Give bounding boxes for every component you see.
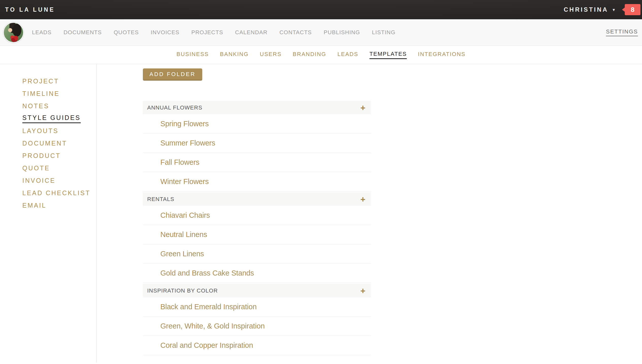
main-content: ADD FOLDER ANNUAL FLOWERS+Spring Flowers…	[97, 64, 642, 364]
settings-tab-business[interactable]: BUSINESS	[177, 51, 209, 59]
sidebar: PROJECTTIMELINENOTESSTYLE GUIDESLAYOUTSD…	[0, 64, 97, 362]
settings-tab-banking[interactable]: BANKING	[220, 51, 249, 59]
sidebar-item-row: LEAD CHECKLIST	[22, 187, 96, 199]
sidebar-item-row: LAYOUTS	[22, 125, 96, 137]
sidebar-item-row: NOTES	[22, 100, 96, 112]
folder-header-inspiration-by-color[interactable]: INSPIRATION BY COLOR+	[143, 284, 371, 297]
settings-tab-templates[interactable]: TEMPLATES	[369, 51, 407, 59]
sidebar-item-email[interactable]: EMAIL	[22, 202, 46, 209]
template-link-fall-flowers[interactable]: Fall Flowers	[160, 158, 199, 167]
folder-name: INSPIRATION BY COLOR	[147, 287, 218, 294]
template-link-gold-and-brass-cake-stands[interactable]: Gold and Brass Cake Stands	[160, 269, 254, 277]
template-link-coral-and-copper-inspiration[interactable]: Coral and Copper Inspiration	[160, 341, 253, 350]
folder-section-annual-flowers: ANNUAL FLOWERS+Spring FlowersSummer Flow…	[143, 101, 371, 191]
sidebar-item-row: PRODUCT	[22, 150, 96, 162]
folder-header-rentals[interactable]: RENTALS+	[143, 192, 371, 206]
sidebar-list: PROJECTTIMELINENOTESSTYLE GUIDESLAYOUTSD…	[22, 75, 96, 212]
template-row: Gold and Brass Cake Stands	[143, 264, 371, 283]
main-nav-item-contacts[interactable]: CONTACTS	[279, 29, 312, 36]
settings-link[interactable]: SETTINGS	[606, 28, 638, 36]
template-link-green-white-gold-inspiration[interactable]: Green, White, & Gold Inspiration	[160, 322, 265, 330]
sidebar-item-quote[interactable]: QUOTE	[22, 165, 50, 172]
settings-tab-branding[interactable]: BRANDING	[293, 51, 326, 59]
sidebar-item-invoice[interactable]: INVOICE	[22, 177, 56, 184]
primary-nav-bar: LEADSDOCUMENTSQUOTESINVOICESPROJECTSCALE…	[0, 19, 642, 46]
template-link-spring-flowers[interactable]: Spring Flowers	[160, 120, 209, 128]
template-link-chiavari-chairs[interactable]: Chiavari Chairs	[160, 211, 210, 220]
main-nav-item-listing[interactable]: LISTING	[372, 29, 396, 36]
folder-name: ANNUAL FLOWERS	[147, 104, 202, 111]
main-nav-item-invoices[interactable]: INVOICES	[151, 29, 179, 36]
template-row: Neutral Linens	[143, 225, 371, 244]
sidebar-item-project[interactable]: PROJECT	[22, 78, 59, 85]
primary-nav: LEADSDOCUMENTSQUOTESINVOICESPROJECTSCALE…	[32, 29, 395, 36]
brand-logo: TO LA LUNE	[5, 6, 55, 13]
template-row: Green, White, & Gold Inspiration	[143, 317, 371, 336]
sidebar-item-row: QUOTE	[22, 162, 96, 174]
settings-nav-bar: BUSINESSBANKINGUSERSBRANDINGLEADSTEMPLAT…	[0, 46, 642, 64]
folder-list: ANNUAL FLOWERS+Spring FlowersSummer Flow…	[143, 101, 371, 355]
template-link-summer-flowers[interactable]: Summer Flowers	[160, 139, 215, 147]
settings-tab-leads[interactable]: LEADS	[337, 51, 358, 59]
sidebar-item-lead-checklist[interactable]: LEAD CHECKLIST	[22, 189, 91, 197]
template-row: Winter Flowers	[143, 172, 371, 191]
main-nav-item-publishing[interactable]: PUBLISHING	[324, 29, 360, 36]
template-row: Spring Flowers	[143, 114, 371, 134]
notification-count: 8	[631, 6, 634, 14]
add-item-plus-icon[interactable]: +	[360, 195, 366, 204]
template-row: Black and Emerald Inspiration	[143, 297, 371, 317]
template-row: Fall Flowers	[143, 153, 371, 172]
page-body: PROJECTTIMELINENOTESSTYLE GUIDESLAYOUTSD…	[0, 64, 642, 364]
template-link-neutral-linens[interactable]: Neutral Linens	[160, 230, 207, 239]
sidebar-item-layouts[interactable]: LAYOUTS	[22, 127, 59, 135]
add-folder-button[interactable]: ADD FOLDER	[143, 68, 202, 81]
sidebar-item-product[interactable]: PRODUCT	[22, 152, 61, 159]
main-nav-item-projects[interactable]: PROJECTS	[191, 29, 223, 36]
sidebar-item-row: PROJECT	[22, 75, 96, 87]
template-row: Summer Flowers	[143, 134, 371, 153]
sidebar-item-row: STYLE GUIDES	[22, 112, 96, 125]
add-item-plus-icon[interactable]: +	[360, 286, 366, 295]
template-row: Chiavari Chairs	[143, 206, 371, 225]
user-name: CHRISTINA	[564, 6, 608, 13]
user-menu[interactable]: CHRISTINA ▼	[564, 6, 616, 13]
folder-section-inspiration-by-color: INSPIRATION BY COLOR+Black and Emerald I…	[143, 284, 371, 355]
top-bar-right: CHRISTINA ▼ 8	[564, 4, 640, 15]
template-row: Coral and Copper Inspiration	[143, 336, 371, 355]
main-nav-item-leads[interactable]: LEADS	[32, 29, 52, 36]
content-column: ADD FOLDER ANNUAL FLOWERS+Spring Flowers…	[143, 68, 371, 355]
notification-badge[interactable]: 8	[625, 4, 640, 15]
template-link-black-and-emerald-inspiration[interactable]: Black and Emerald Inspiration	[160, 303, 257, 311]
sidebar-item-row: DOCUMENT	[22, 137, 96, 150]
main-nav-item-quotes[interactable]: QUOTES	[114, 29, 139, 36]
settings-tab-integrations[interactable]: INTEGRATIONS	[418, 51, 465, 59]
main-nav-item-documents[interactable]: DOCUMENTS	[63, 29, 102, 36]
folder-header-annual-flowers[interactable]: ANNUAL FLOWERS+	[143, 101, 371, 114]
settings-tab-users[interactable]: USERS	[260, 51, 282, 59]
add-item-plus-icon[interactable]: +	[360, 103, 366, 112]
chevron-down-icon: ▼	[612, 8, 616, 12]
sidebar-item-document[interactable]: DOCUMENT	[22, 140, 67, 147]
sidebar-item-row: INVOICE	[22, 174, 96, 187]
sidebar-item-style-guides[interactable]: STYLE GUIDES	[22, 114, 81, 123]
folder-name: RENTALS	[147, 196, 174, 203]
avatar[interactable]	[3, 22, 24, 43]
settings-nav: BUSINESSBANKINGUSERSBRANDINGLEADSTEMPLAT…	[177, 51, 466, 59]
sidebar-item-row: EMAIL	[22, 199, 96, 212]
folder-section-rentals: RENTALS+Chiavari ChairsNeutral LinensGre…	[143, 192, 371, 283]
sidebar-item-notes[interactable]: NOTES	[22, 102, 49, 110]
sidebar-item-timeline[interactable]: TIMELINE	[22, 90, 60, 97]
top-bar: TO LA LUNE CHRISTINA ▼ 8	[0, 0, 642, 19]
template-row: Green Linens	[143, 244, 371, 264]
template-link-winter-flowers[interactable]: Winter Flowers	[160, 177, 209, 186]
sidebar-item-row: TIMELINE	[22, 87, 96, 100]
template-link-green-linens[interactable]: Green Linens	[160, 250, 204, 258]
main-nav-item-calendar[interactable]: CALENDAR	[235, 29, 267, 36]
